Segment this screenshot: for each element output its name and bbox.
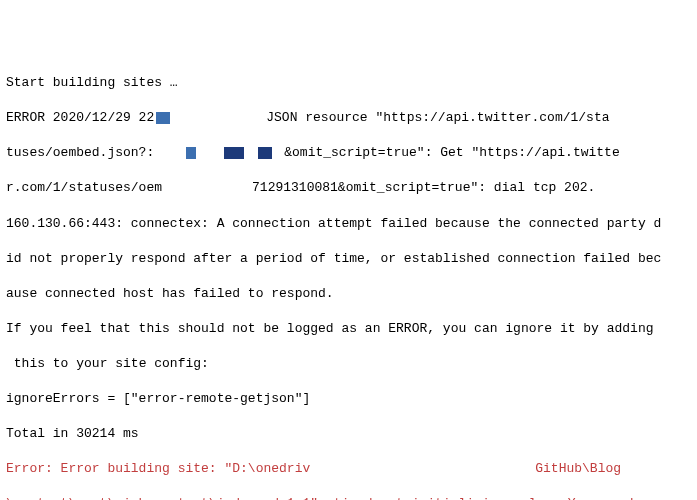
log-line: tuses/oembed.json?:&omit_script=true": G… xyxy=(6,144,691,162)
log-line: ERROR 2020/12/29 22JSON resource "https:… xyxy=(6,109,691,127)
log-line: this to your site config: xyxy=(6,355,691,373)
log-fragment: r.com/1/statuses/oem xyxy=(6,180,162,195)
log-line: Start building sites … xyxy=(6,74,691,92)
log-line: Total in 30214 ms xyxy=(6,425,691,443)
redacted-region xyxy=(248,147,254,159)
log-fragment: ERROR 2020/12/29 22 xyxy=(6,110,154,125)
log-line: r.com/1/statuses/oem71291310081&omit_scr… xyxy=(6,179,691,197)
redacted-region xyxy=(186,147,196,159)
log-line: id not properly respond after a period o… xyxy=(6,250,691,268)
redacted-region xyxy=(174,112,204,124)
error-line: \content\post\rich-content\index.md:1:1"… xyxy=(6,495,691,500)
log-line: ause connected host has failed to respon… xyxy=(6,285,691,303)
log-fragment: &omit_script=true": Get "https://api.twi… xyxy=(284,145,619,160)
log-fragment: JSON resource "https://api.twitter.com/1… xyxy=(266,110,609,125)
log-fragment: tuses/oembed.json?: xyxy=(6,145,154,160)
log-line: 160.130.66:443: connectex: A connection … xyxy=(6,215,691,233)
log-line: If you feel that this should not be logg… xyxy=(6,320,691,338)
log-line: ignoreErrors = ["error-remote-getjson"] xyxy=(6,390,691,408)
error-line: Error: Error building site: "D:\onedrivG… xyxy=(6,460,691,478)
log-fragment: Error: Error building site: "D:\onedriv xyxy=(6,461,310,476)
log-fragment: 71291310081&omit_script=true": dial tcp … xyxy=(252,180,595,195)
redacted-region xyxy=(200,147,220,159)
log-fragment: GitHub\Blog xyxy=(535,461,621,476)
redacted-region xyxy=(156,112,170,124)
redacted-region xyxy=(258,147,272,159)
redacted-region xyxy=(224,147,244,159)
